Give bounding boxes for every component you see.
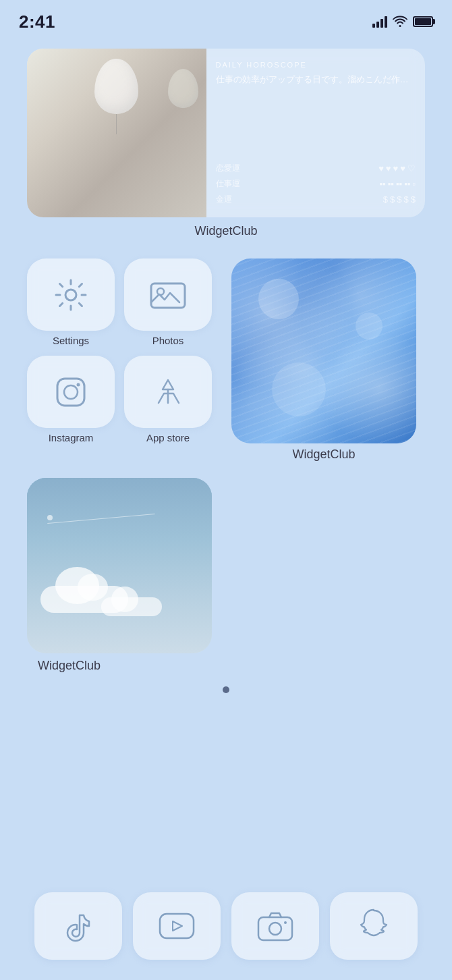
appstore-label: App store: [146, 432, 190, 443]
photos-icon-bg[interactable]: [124, 258, 212, 331]
photos-label: Photos: [152, 335, 184, 346]
settings-icon-bg[interactable]: [27, 258, 115, 331]
money-label: 金運: [216, 194, 246, 205]
instagram-icon: [52, 373, 90, 411]
svg-point-9: [269, 923, 281, 935]
settings-app[interactable]: Settings: [27, 258, 115, 346]
instagram-app[interactable]: Instagram: [27, 356, 115, 443]
camera-dock-icon[interactable]: [231, 892, 319, 960]
instagram-icon-bg[interactable]: [27, 356, 115, 428]
horoscope-label: DAILY HOROSCOPE: [216, 61, 416, 69]
widgetclub-label-1: WidgetClub: [27, 224, 425, 238]
page-dot-active: [223, 686, 229, 693]
love-icons: ♥♥♥♥♡: [378, 163, 416, 173]
work-icons: ▪▪▪▪▪▪▪▪▫: [380, 179, 416, 189]
love-label: 恋愛運: [216, 163, 246, 174]
appstore-icon-bg[interactable]: [124, 356, 212, 428]
svg-rect-8: [258, 917, 292, 940]
status-time: 2:41: [19, 11, 55, 32]
sky-widget-section: WidgetClub: [27, 478, 425, 673]
youtube-icon: [158, 911, 196, 941]
widgetclub-water-section: WidgetClub: [223, 258, 425, 462]
horoscope-row-work: 仕事運 ▪▪▪▪▪▪▪▪▫: [216, 178, 416, 190]
wifi-icon: [393, 16, 407, 28]
widgetclub-label-2: WidgetClub: [292, 447, 355, 462]
svg-rect-3: [57, 379, 84, 406]
money-icons: $$$$$: [383, 194, 416, 205]
horoscope-row-money: 金運 $$$$$: [216, 194, 416, 205]
snapchat-dock-icon[interactable]: [330, 892, 418, 960]
app-grid-left: Settings Photos: [27, 258, 212, 462]
horoscope-rows: 恋愛運 ♥♥♥♥♡ 仕事運 ▪▪▪▪▪▪▪▪▫ 金運 $$$$$: [216, 159, 416, 205]
svg-rect-7: [160, 914, 194, 938]
status-icons: [372, 16, 433, 28]
widgetclub-label-3: WidgetClub: [38, 659, 101, 673]
camera-icon: [256, 909, 294, 943]
svg-point-10: [284, 921, 287, 924]
page-indicator: [27, 686, 425, 693]
horoscope-row-love: 恋愛運 ♥♥♥♥♡: [216, 163, 416, 174]
app-grid-section: Settings Photos: [27, 258, 425, 462]
svg-point-2: [157, 288, 164, 295]
instagram-label: Instagram: [49, 432, 94, 443]
signal-icon: [372, 16, 387, 28]
water-lines: [231, 258, 416, 443]
youtube-dock-icon[interactable]: [133, 892, 221, 960]
home-screen: DAILY HOROSCOPE 仕事の効率がアップする日です。溜めこんだ作… 恋…: [0, 35, 452, 693]
horoscope-widget[interactable]: DAILY HOROSCOPE 仕事の効率がアップする日です。溜めこんだ作… 恋…: [27, 49, 425, 217]
photos-app[interactable]: Photos: [124, 258, 212, 346]
battery-icon: [413, 16, 433, 27]
settings-label: Settings: [53, 335, 89, 346]
svg-point-5: [77, 383, 80, 386]
horoscope-text: 仕事の効率がアップする日です。溜めこんだ作…: [216, 73, 416, 86]
tiktok-dock-icon[interactable]: [34, 892, 122, 960]
appstore-icon: [149, 373, 187, 411]
status-bar: 2:41: [0, 0, 452, 35]
svg-point-4: [64, 385, 78, 399]
tiktok-icon: [61, 908, 96, 944]
snapchat-icon: [356, 907, 391, 945]
work-label: 仕事運: [216, 178, 246, 190]
widgetclub-water-widget[interactable]: [231, 258, 416, 443]
gear-icon: [52, 276, 90, 314]
appstore-app[interactable]: App store: [124, 356, 212, 443]
widget-horoscope-image: [27, 49, 206, 217]
sky-widget[interactable]: [27, 478, 212, 653]
widget-horoscope-content: DAILY HOROSCOPE 仕事の効率がアップする日です。溜めこんだ作… 恋…: [206, 49, 426, 217]
photo-icon: [148, 278, 188, 312]
dock: [0, 886, 452, 980]
svg-point-0: [65, 290, 76, 300]
